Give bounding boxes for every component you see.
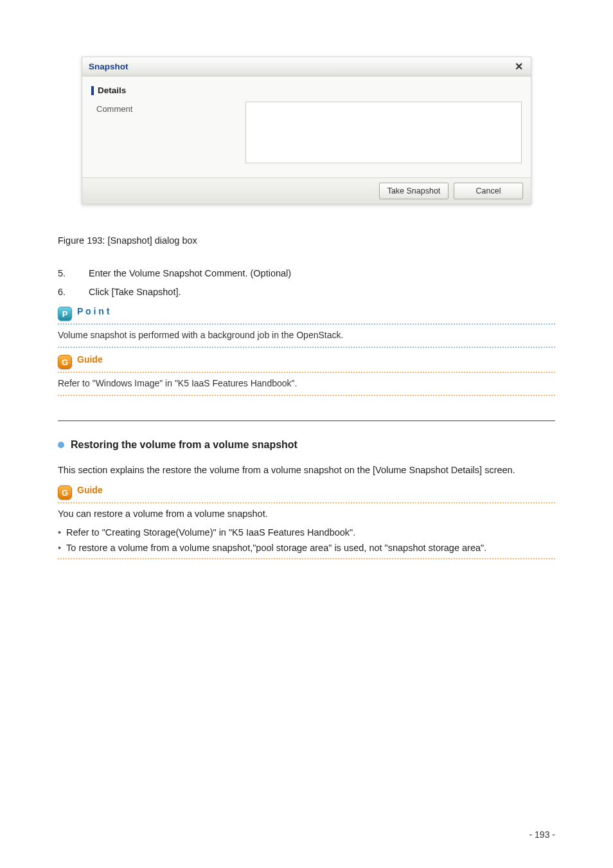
section-marker-icon [91,86,94,95]
dialog-title: Snapshot [89,62,129,71]
dotted-divider [58,323,555,325]
take-snapshot-button[interactable]: Take Snapshot [379,183,449,199]
step-text: Enter the Volume Snapshot Comment. (Opti… [89,268,291,278]
dotted-divider [58,558,555,559]
section-rule [58,420,555,421]
step-list: 5. Enter the Volume Snapshot Comment. (O… [58,266,555,300]
comment-label: Comment [91,102,239,114]
guide-note: G Guide [58,485,555,500]
subsection-intro: This section explains the restore the vo… [58,462,555,478]
step-text: Click [Take Snapshot]. [89,287,181,297]
guide-note: G Guide [58,354,555,369]
page-number: - 193 - [529,829,555,840]
comment-row: Comment [91,102,522,166]
close-icon[interactable]: ✕ [513,61,524,73]
figure-caption: Figure 193: [Snapshot] dialog box [58,235,555,246]
guide-bullet: Refer to "Creating Storage(Volume)" in "… [58,527,555,538]
point-tag: P o i n t [77,306,555,316]
dialog-body: Details Comment [82,77,531,177]
guide-icon: G [58,355,72,369]
step-5: 5. Enter the Volume Snapshot Comment. (O… [58,266,555,281]
dotted-divider [58,347,555,348]
comment-textarea[interactable] [245,102,522,163]
section-heading-text: Details [98,86,126,95]
dotted-divider [58,372,555,373]
guide-tag: Guide [77,485,555,495]
point-text: Volume snapshot is performed with a back… [58,327,555,344]
dotted-divider [58,502,555,503]
dialog-header: Snapshot ✕ [82,57,531,77]
subsection-title: Restoring the volume from a volume snaps… [58,439,555,451]
snapshot-dialog: Snapshot ✕ Details Comment Take Snapshot… [82,57,531,204]
point-note: P P o i n t [58,306,555,321]
dialog-footer: Take Snapshot Cancel [82,177,531,204]
guide-tag: Guide [77,354,555,365]
point-icon: P [58,307,72,321]
cancel-button[interactable]: Cancel [454,183,523,199]
step-6: 6. Click [Take Snapshot]. [58,285,555,300]
step-number: 6. [58,285,86,300]
guide-text: Refer to "Windows Image" in "K5 IaaS Fea… [58,375,555,392]
guide-bullet-text: Refer to "Creating Storage(Volume)" in "… [66,527,355,538]
outro-bullet: To restore a volume from a volume snapsh… [58,543,555,553]
step-number: 5. [58,266,86,281]
section-heading: Details [91,86,522,95]
dotted-divider [58,395,555,396]
outro-bullet-text: To restore a volume from a volume snapsh… [66,543,486,553]
guide-icon: G [58,485,72,500]
guide-lead: You can restore a volume from a volume s… [58,506,555,522]
subsection-title-text: Restoring the volume from a volume snaps… [71,439,298,451]
